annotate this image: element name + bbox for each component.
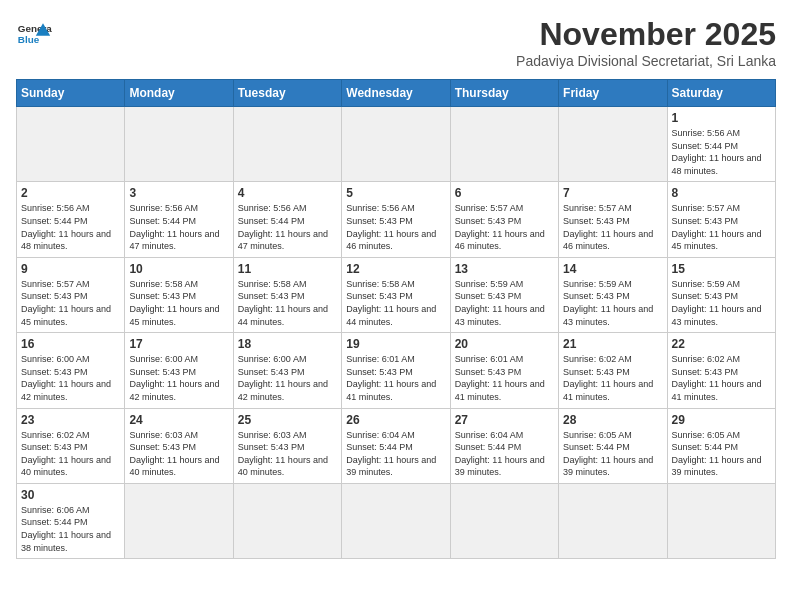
day-info: Sunrise: 5:57 AMSunset: 5:43 PMDaylight:… [672,202,771,252]
day-number: 22 [672,337,771,351]
calendar-cell: 18Sunrise: 6:00 AMSunset: 5:43 PMDayligh… [233,333,341,408]
day-info: Sunrise: 6:01 AMSunset: 5:43 PMDaylight:… [455,353,554,403]
calendar-cell: 24Sunrise: 6:03 AMSunset: 5:43 PMDayligh… [125,408,233,483]
day-number: 30 [21,488,120,502]
day-info: Sunrise: 5:59 AMSunset: 5:43 PMDaylight:… [455,278,554,328]
calendar-cell [233,483,341,558]
calendar-cell: 30Sunrise: 6:06 AMSunset: 5:44 PMDayligh… [17,483,125,558]
day-number: 13 [455,262,554,276]
day-number: 10 [129,262,228,276]
day-info: Sunrise: 6:01 AMSunset: 5:43 PMDaylight:… [346,353,445,403]
calendar-cell: 22Sunrise: 6:02 AMSunset: 5:43 PMDayligh… [667,333,775,408]
calendar-week-5: 23Sunrise: 6:02 AMSunset: 5:43 PMDayligh… [17,408,776,483]
calendar-cell: 15Sunrise: 5:59 AMSunset: 5:43 PMDayligh… [667,257,775,332]
day-number: 19 [346,337,445,351]
calendar-cell: 11Sunrise: 5:58 AMSunset: 5:43 PMDayligh… [233,257,341,332]
calendar-cell: 5Sunrise: 5:56 AMSunset: 5:43 PMDaylight… [342,182,450,257]
calendar-cell: 4Sunrise: 5:56 AMSunset: 5:44 PMDaylight… [233,182,341,257]
day-info: Sunrise: 6:04 AMSunset: 5:44 PMDaylight:… [346,429,445,479]
calendar-cell: 28Sunrise: 6:05 AMSunset: 5:44 PMDayligh… [559,408,667,483]
calendar-week-1: 1Sunrise: 5:56 AMSunset: 5:44 PMDaylight… [17,107,776,182]
weekday-header-wednesday: Wednesday [342,80,450,107]
day-number: 21 [563,337,662,351]
day-number: 27 [455,413,554,427]
calendar-cell [450,107,558,182]
day-number: 7 [563,186,662,200]
calendar-cell: 29Sunrise: 6:05 AMSunset: 5:44 PMDayligh… [667,408,775,483]
calendar-cell: 16Sunrise: 6:00 AMSunset: 5:43 PMDayligh… [17,333,125,408]
calendar-cell [559,483,667,558]
day-info: Sunrise: 5:59 AMSunset: 5:43 PMDaylight:… [672,278,771,328]
calendar-cell [125,107,233,182]
calendar-cell [342,483,450,558]
day-info: Sunrise: 5:56 AMSunset: 5:44 PMDaylight:… [129,202,228,252]
calendar-cell: 6Sunrise: 5:57 AMSunset: 5:43 PMDaylight… [450,182,558,257]
calendar-week-3: 9Sunrise: 5:57 AMSunset: 5:43 PMDaylight… [17,257,776,332]
day-number: 11 [238,262,337,276]
calendar-week-4: 16Sunrise: 6:00 AMSunset: 5:43 PMDayligh… [17,333,776,408]
month-title: November 2025 [516,16,776,53]
day-info: Sunrise: 5:57 AMSunset: 5:43 PMDaylight:… [21,278,120,328]
calendar-cell: 21Sunrise: 6:02 AMSunset: 5:43 PMDayligh… [559,333,667,408]
day-info: Sunrise: 5:58 AMSunset: 5:43 PMDaylight:… [238,278,337,328]
day-info: Sunrise: 5:57 AMSunset: 5:43 PMDaylight:… [563,202,662,252]
day-number: 29 [672,413,771,427]
day-info: Sunrise: 6:06 AMSunset: 5:44 PMDaylight:… [21,504,120,554]
day-number: 4 [238,186,337,200]
day-number: 2 [21,186,120,200]
day-number: 1 [672,111,771,125]
day-number: 17 [129,337,228,351]
day-info: Sunrise: 5:58 AMSunset: 5:43 PMDaylight:… [346,278,445,328]
calendar-cell: 10Sunrise: 5:58 AMSunset: 5:43 PMDayligh… [125,257,233,332]
day-number: 23 [21,413,120,427]
calendar-cell: 20Sunrise: 6:01 AMSunset: 5:43 PMDayligh… [450,333,558,408]
calendar-cell [125,483,233,558]
calendar-cell: 14Sunrise: 5:59 AMSunset: 5:43 PMDayligh… [559,257,667,332]
calendar-cell: 12Sunrise: 5:58 AMSunset: 5:43 PMDayligh… [342,257,450,332]
day-info: Sunrise: 5:58 AMSunset: 5:43 PMDaylight:… [129,278,228,328]
calendar-cell [342,107,450,182]
day-info: Sunrise: 6:02 AMSunset: 5:43 PMDaylight:… [21,429,120,479]
calendar-cell [233,107,341,182]
day-number: 5 [346,186,445,200]
logo-svg: General Blue [16,16,52,52]
calendar-cell: 9Sunrise: 5:57 AMSunset: 5:43 PMDaylight… [17,257,125,332]
page-header: General Blue November 2025 Padaviya Divi… [16,16,776,69]
day-number: 18 [238,337,337,351]
calendar-cell [17,107,125,182]
day-info: Sunrise: 5:57 AMSunset: 5:43 PMDaylight:… [455,202,554,252]
weekday-header-sunday: Sunday [17,80,125,107]
day-number: 9 [21,262,120,276]
day-number: 6 [455,186,554,200]
day-number: 15 [672,262,771,276]
calendar-cell: 27Sunrise: 6:04 AMSunset: 5:44 PMDayligh… [450,408,558,483]
weekday-header-tuesday: Tuesday [233,80,341,107]
calendar-cell: 17Sunrise: 6:00 AMSunset: 5:43 PMDayligh… [125,333,233,408]
calendar-cell [450,483,558,558]
day-number: 14 [563,262,662,276]
day-info: Sunrise: 6:00 AMSunset: 5:43 PMDaylight:… [21,353,120,403]
calendar-cell: 19Sunrise: 6:01 AMSunset: 5:43 PMDayligh… [342,333,450,408]
day-number: 24 [129,413,228,427]
weekday-header-friday: Friday [559,80,667,107]
day-info: Sunrise: 5:56 AMSunset: 5:44 PMDaylight:… [238,202,337,252]
calendar-cell [667,483,775,558]
day-number: 12 [346,262,445,276]
calendar-cell: 25Sunrise: 6:03 AMSunset: 5:43 PMDayligh… [233,408,341,483]
day-info: Sunrise: 6:03 AMSunset: 5:43 PMDaylight:… [129,429,228,479]
calendar-cell: 26Sunrise: 6:04 AMSunset: 5:44 PMDayligh… [342,408,450,483]
calendar-cell: 8Sunrise: 5:57 AMSunset: 5:43 PMDaylight… [667,182,775,257]
calendar-week-6: 30Sunrise: 6:06 AMSunset: 5:44 PMDayligh… [17,483,776,558]
day-info: Sunrise: 6:03 AMSunset: 5:43 PMDaylight:… [238,429,337,479]
title-area: November 2025 Padaviya Divisional Secret… [516,16,776,69]
weekday-header-row: SundayMondayTuesdayWednesdayThursdayFrid… [17,80,776,107]
day-info: Sunrise: 6:02 AMSunset: 5:43 PMDaylight:… [672,353,771,403]
logo: General Blue [16,16,52,52]
calendar-cell: 3Sunrise: 5:56 AMSunset: 5:44 PMDaylight… [125,182,233,257]
day-info: Sunrise: 6:05 AMSunset: 5:44 PMDaylight:… [672,429,771,479]
day-info: Sunrise: 5:56 AMSunset: 5:44 PMDaylight:… [21,202,120,252]
day-number: 16 [21,337,120,351]
day-number: 26 [346,413,445,427]
subtitle: Padaviya Divisional Secretariat, Sri Lan… [516,53,776,69]
day-info: Sunrise: 6:05 AMSunset: 5:44 PMDaylight:… [563,429,662,479]
